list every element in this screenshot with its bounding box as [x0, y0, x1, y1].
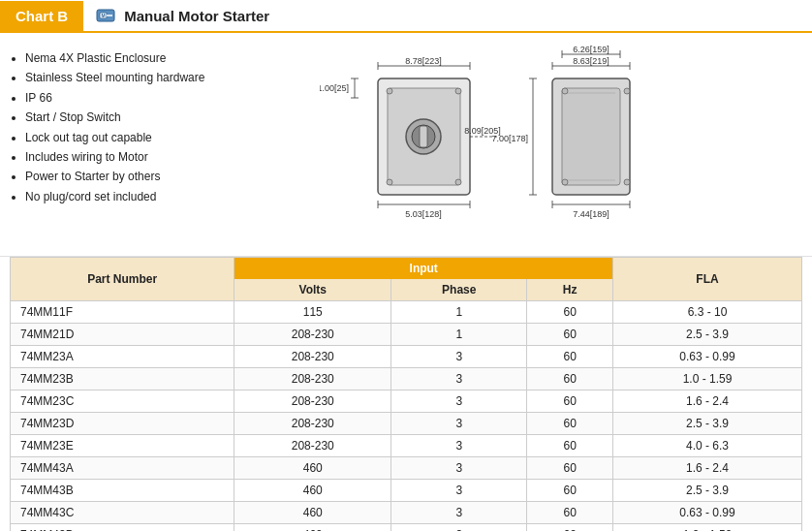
cell-hz: 60	[527, 435, 613, 457]
cell-part: 74MM11F	[11, 301, 234, 324]
cell-fla: 2.5 - 3.9	[613, 480, 802, 502]
table-row: 74MM43B4603602.5 - 3.9	[11, 480, 802, 502]
col-header-partnumber: Part Number	[11, 258, 234, 301]
cell-volts: 460	[234, 524, 391, 532]
svg-point-9	[387, 88, 392, 94]
cell-part: 74MM43A	[11, 457, 234, 480]
cell-phase: 3	[391, 346, 527, 368]
cell-hz: 60	[527, 413, 613, 435]
svg-point-10	[455, 88, 461, 94]
cell-fla: 1.6 - 2.4	[613, 390, 802, 413]
cell-hz: 60	[527, 324, 613, 346]
svg-text:1.00[25]: 1.00[25]	[320, 83, 349, 93]
table-row: 74MM11F1151606.3 - 10	[11, 301, 802, 324]
cell-volts: 208-230	[234, 413, 391, 435]
cell-part: 74MM23A	[11, 346, 234, 368]
table-row: 74MM23E208-2303604.0 - 6.3	[11, 435, 802, 457]
table-row: 74MM43A4603601.6 - 2.4	[11, 457, 802, 480]
cell-volts: 208-230	[234, 368, 391, 390]
feature-item: No plug/cord set included	[25, 187, 204, 206]
svg-text:M: M	[102, 13, 106, 18]
svg-point-11	[387, 179, 392, 185]
content-area: Nema 4X Plastic EnclosureStainless Steel…	[0, 33, 812, 257]
cell-part: 74MM43D	[11, 524, 234, 532]
svg-text:7.00[178]: 7.00[178]	[491, 134, 528, 143]
dimensions-diagram: 8.78[223] 1.00[25] 5.03[128] 8.09[205]	[320, 45, 698, 248]
svg-point-32	[624, 88, 630, 94]
cell-fla: 1.0 - 1.59	[613, 524, 802, 532]
cell-hz: 60	[527, 346, 613, 368]
cell-phase: 3	[391, 413, 527, 435]
svg-text:6.26[159]: 6.26[159]	[573, 45, 609, 54]
features-list: Nema 4X Plastic EnclosureStainless Steel…	[10, 45, 204, 248]
cell-phase: 3	[391, 480, 527, 502]
cell-part: 74MM21D	[11, 324, 234, 346]
table-row: 74MM43C4603600.63 - 0.99	[11, 502, 802, 524]
col-header-fla: FLA	[613, 258, 802, 301]
cell-fla: 0.63 - 0.99	[613, 502, 802, 524]
cell-hz: 60	[527, 301, 613, 324]
svg-point-33	[562, 179, 568, 185]
svg-text:5.03[128]: 5.03[128]	[405, 209, 442, 219]
data-table: Part Number Input FLA VoltsPhaseHz 74MM1…	[10, 257, 802, 531]
feature-item: IP 66	[25, 88, 204, 108]
svg-point-31	[562, 88, 568, 94]
table-row: 74MM23C208-2303601.6 - 2.4	[11, 390, 802, 413]
cell-fla: 2.5 - 3.9	[613, 324, 802, 346]
col-subheader-hz: Hz	[527, 279, 613, 301]
cell-volts: 208-230	[234, 346, 391, 368]
cell-part: 74MM23C	[11, 390, 234, 413]
table-row: 74MM43D4603601.0 - 1.59	[11, 524, 802, 532]
cell-phase: 1	[391, 301, 527, 324]
motor-icon: M	[95, 5, 116, 26]
cell-fla: 1.0 - 1.59	[613, 368, 802, 390]
feature-item: Includes wiring to Motor	[25, 147, 204, 167]
cell-fla: 6.3 - 10	[613, 301, 802, 324]
col-subheader-volts: Volts	[234, 279, 391, 301]
cell-hz: 60	[527, 502, 613, 524]
cell-fla: 4.0 - 6.3	[613, 435, 802, 457]
cell-volts: 208-230	[234, 324, 391, 346]
feature-item: Start / Stop Switch	[25, 108, 204, 127]
cell-fla: 0.63 - 0.99	[613, 346, 802, 368]
cell-hz: 60	[527, 457, 613, 480]
cell-phase: 3	[391, 368, 527, 390]
cell-fla: 1.6 - 2.4	[613, 457, 802, 480]
chart-title: Manual Motor Starter	[124, 8, 269, 24]
table-area: Part Number Input FLA VoltsPhaseHz 74MM1…	[0, 257, 812, 531]
svg-point-12	[455, 179, 461, 185]
cell-part: 74MM23B	[11, 368, 234, 390]
feature-item: Nema 4X Plastic Enclosure	[25, 48, 204, 68]
cell-volts: 460	[234, 457, 391, 480]
cell-hz: 60	[527, 368, 613, 390]
cell-part: 74MM43C	[11, 502, 234, 524]
svg-rect-28	[562, 88, 620, 185]
cell-phase: 3	[391, 390, 527, 413]
table-row: 74MM21D208-2301602.5 - 3.9	[11, 324, 802, 346]
cell-phase: 3	[391, 524, 527, 532]
table-body: 74MM11F1151606.3 - 1074MM21D208-2301602.…	[11, 301, 802, 532]
svg-rect-8	[420, 126, 427, 147]
cell-phase: 3	[391, 502, 527, 524]
feature-item: Lock out tag out capable	[25, 128, 204, 147]
svg-text:7.44[189]: 7.44[189]	[573, 209, 609, 219]
svg-text:8.63[219]: 8.63[219]	[573, 56, 609, 66]
cell-volts: 460	[234, 502, 391, 524]
feature-item: Stainless Steel mounting hardware	[25, 68, 204, 87]
cell-phase: 3	[391, 435, 527, 457]
table-row: 74MM23D208-2303602.5 - 3.9	[11, 413, 802, 435]
cell-phase: 1	[391, 324, 527, 346]
cell-phase: 3	[391, 457, 527, 480]
svg-text:8.78[223]: 8.78[223]	[405, 56, 442, 66]
chart-label: Chart B	[0, 1, 83, 31]
table-row: 74MM23A208-2303600.63 - 0.99	[11, 346, 802, 368]
col-subheader-phase: Phase	[391, 279, 527, 301]
cell-hz: 60	[527, 480, 613, 502]
diagram-area: 8.78[223] 1.00[25] 5.03[128] 8.09[205]	[214, 45, 802, 248]
cell-volts: 115	[234, 301, 391, 324]
cell-fla: 2.5 - 3.9	[613, 413, 802, 435]
cell-volts: 208-230	[234, 390, 391, 413]
cell-hz: 60	[527, 524, 613, 532]
cell-part: 74MM43B	[11, 480, 234, 502]
cell-volts: 460	[234, 480, 391, 502]
